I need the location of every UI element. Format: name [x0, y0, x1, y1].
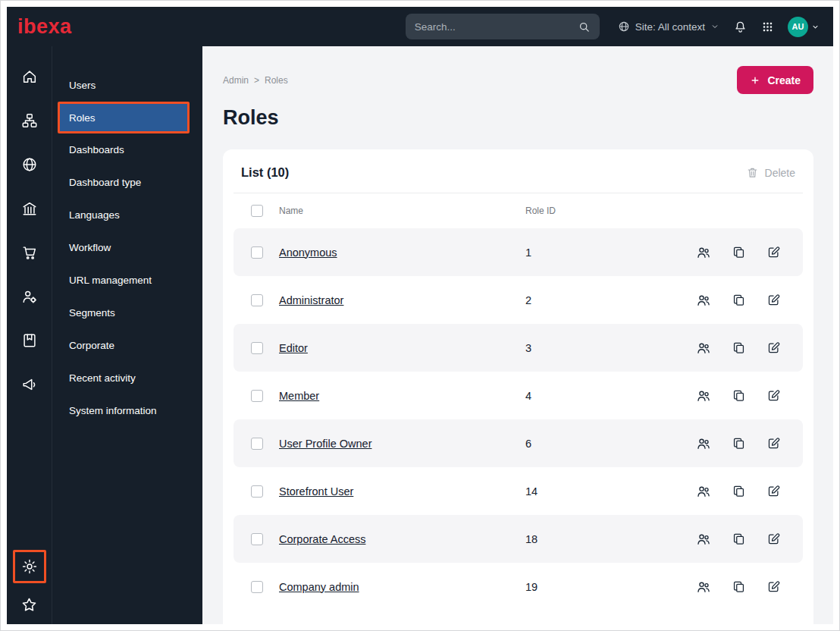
edit-role-button[interactable]	[765, 483, 782, 500]
edit-icon	[766, 579, 781, 594]
copy-role-button[interactable]	[730, 531, 747, 548]
copy-role-button[interactable]	[730, 483, 747, 500]
row-checkbox[interactable]	[251, 246, 263, 259]
assign-users-icon	[696, 293, 711, 308]
copy-role-button[interactable]	[730, 244, 747, 261]
bookmarks-button[interactable]	[20, 595, 39, 614]
table-row: Member 4	[234, 372, 803, 419]
column-header-role-id: Role ID	[525, 206, 789, 216]
row-actions	[695, 292, 789, 309]
home-icon	[21, 68, 38, 85]
copy-icon	[732, 341, 746, 355]
sidebar-item-segments[interactable]: Segments	[52, 297, 202, 329]
assign-users-button[interactable]	[695, 388, 712, 404]
copy-role-button[interactable]	[730, 388, 747, 404]
role-name-link[interactable]: Editor	[279, 342, 525, 354]
bookmarks-star-icon	[20, 596, 38, 614]
company-button[interactable]	[20, 199, 39, 218]
commerce-button[interactable]	[20, 243, 39, 262]
edit-role-button[interactable]	[765, 579, 782, 595]
content-tree-icon	[21, 112, 38, 129]
edit-role-button[interactable]	[765, 531, 782, 548]
icon-rail-bottom	[13, 550, 46, 614]
sidebar-item-languages[interactable]: Languages	[52, 199, 202, 231]
content-tree-button[interactable]	[20, 111, 39, 130]
row-checkbox[interactable]	[251, 390, 263, 402]
copy-role-button[interactable]	[730, 435, 747, 452]
row-checkbox[interactable]	[251, 294, 263, 306]
globe-icon	[21, 156, 38, 173]
assign-users-button[interactable]	[695, 579, 712, 595]
avatar[interactable]: AU	[788, 17, 808, 37]
search-icon[interactable]	[578, 20, 591, 33]
assign-users-button[interactable]	[695, 244, 712, 261]
user-settings-icon	[21, 288, 38, 305]
marketing-button[interactable]	[20, 375, 39, 394]
sidebar-item-roles[interactable]: Roles	[58, 102, 190, 133]
copy-role-button[interactable]	[730, 340, 747, 356]
assign-users-icon	[696, 388, 711, 403]
select-all-checkbox[interactable]	[251, 205, 263, 217]
assign-users-button[interactable]	[695, 435, 712, 452]
row-actions	[695, 579, 789, 595]
copy-role-button[interactable]	[730, 579, 747, 595]
sidebar-item-workflow[interactable]: Workflow	[52, 231, 202, 264]
row-actions	[695, 435, 789, 452]
customers-button[interactable]	[20, 287, 39, 306]
role-name-link[interactable]: Company admin	[279, 581, 525, 593]
sidebar-item-system-information[interactable]: System information	[52, 394, 202, 427]
sidebar-item-dashboards[interactable]: Dashboards	[52, 133, 202, 166]
copy-icon	[732, 484, 746, 498]
edit-role-button[interactable]	[765, 435, 782, 452]
role-name-link[interactable]: Corporate Access	[279, 533, 525, 545]
row-checkbox[interactable]	[251, 581, 263, 593]
role-name-link[interactable]: Anonymous	[279, 246, 525, 259]
edit-role-button[interactable]	[765, 340, 782, 356]
row-checkbox[interactable]	[251, 485, 263, 498]
search-input[interactable]	[415, 21, 572, 33]
bell-icon	[733, 20, 748, 34]
sidebar-item-url-management[interactable]: URL management	[52, 264, 202, 297]
roles-list-card: List (10) Delete Name Role ID	[223, 149, 813, 624]
admin-settings-button[interactable]	[13, 550, 46, 583]
icon-rail	[7, 46, 52, 624]
edit-role-button[interactable]	[765, 388, 782, 404]
user-menu[interactable]: AU	[788, 17, 820, 37]
catalog-button[interactable]	[20, 331, 39, 350]
row-checkbox[interactable]	[251, 342, 263, 354]
edit-role-button[interactable]	[765, 244, 782, 261]
role-name-link[interactable]: Member	[279, 390, 525, 402]
ibexa-logo[interactable]: ibexa	[17, 17, 72, 37]
home-button[interactable]	[20, 67, 39, 86]
role-name-link[interactable]: Administrator	[279, 294, 525, 306]
role-name-link[interactable]: Storefront User	[279, 485, 525, 498]
sidebar-item-users[interactable]: Users	[52, 69, 202, 102]
row-checkbox[interactable]	[251, 438, 263, 450]
site-button[interactable]	[20, 155, 39, 174]
assign-users-button[interactable]	[695, 292, 712, 309]
create-button[interactable]: Create	[737, 66, 813, 94]
row-checkbox[interactable]	[251, 533, 263, 545]
site-context-selector[interactable]: Site: All context	[618, 20, 719, 33]
role-id-cell: 4	[525, 390, 695, 402]
sidebar-item-corporate[interactable]: Corporate	[52, 329, 202, 362]
assign-users-icon	[696, 484, 711, 499]
notifications-button[interactable]	[733, 20, 748, 34]
global-search[interactable]	[406, 14, 600, 39]
assign-users-button[interactable]	[695, 340, 712, 356]
assign-users-icon	[696, 532, 711, 547]
role-id-cell: 2	[525, 294, 695, 306]
plus-icon	[750, 75, 760, 86]
sidebar-item-recent-activity[interactable]: Recent activity	[52, 362, 202, 394]
copy-role-button[interactable]	[730, 292, 747, 309]
delete-button[interactable]: Delete	[746, 166, 795, 179]
role-name-link[interactable]: User Profile Owner	[279, 438, 525, 450]
assign-users-button[interactable]	[695, 531, 712, 548]
apps-grid-button[interactable]	[761, 20, 774, 33]
breadcrumb-admin[interactable]: Admin	[223, 75, 249, 86]
sidebar-item-dashboard-type[interactable]: Dashboard type	[52, 166, 202, 199]
assign-users-button[interactable]	[695, 483, 712, 500]
role-id-cell: 19	[525, 581, 695, 593]
edit-role-button[interactable]	[765, 292, 782, 309]
list-title: List (10)	[241, 165, 289, 180]
